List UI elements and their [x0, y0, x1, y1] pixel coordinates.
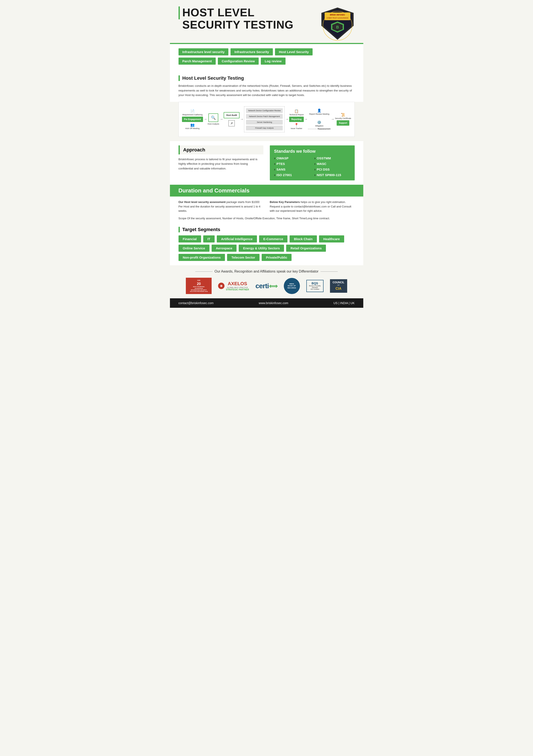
footer-website: www.briskinfosec.com: [259, 301, 288, 305]
reassessment-label: Reassessment: [318, 128, 330, 130]
reporting-btn: Reporting: [289, 117, 303, 122]
approach-title: Approach: [179, 146, 264, 154]
svg-text:BRISK INFOSEC: BRISK INFOSEC: [330, 14, 345, 16]
logo: BRISK INFOSEC CYBER TRUST & ASSURANCE B: [320, 7, 355, 41]
tag-aerospace[interactable]: Aerospace: [211, 245, 237, 252]
tag-retail[interactable]: Retail Organizations: [286, 245, 326, 252]
tag-ai[interactable]: Artificial Intelligence: [217, 235, 257, 242]
arrow-osstmm: ›: [314, 156, 315, 160]
standards-title: Standards we follow: [274, 149, 351, 154]
standard-nist: › NIST SP800-115: [314, 173, 351, 177]
section-heading: Host Level Security Testing: [179, 75, 355, 81]
axelos-sub-text: GLOBAL BEST PRACTICE: [226, 286, 249, 289]
bqs-sub-text: Bureau of Quality StandardISO Certified: [308, 285, 322, 290]
arrow-owasp: ›: [274, 156, 275, 160]
axelos-partner-text: STRATEGIC PARTNER: [226, 288, 249, 291]
tag-log-review[interactable]: Log review: [261, 58, 285, 65]
tag-blockchain[interactable]: Block Chain: [290, 235, 317, 242]
review-icon: 👤: [317, 108, 322, 113]
cio-text-body: MOST PROMISINGENTERPRISEINFORMATION SECU…: [188, 286, 209, 292]
svg-text:CYBER TRUST & ASSURANCE: CYBER TRUST & ASSURANCE: [326, 17, 348, 19]
mitigation-label: ⚙️ Mitigation: [308, 120, 330, 127]
duration-scope: Scope Of the security assessment, Number…: [170, 217, 363, 223]
tag-online-service[interactable]: Online Service: [179, 245, 210, 252]
target-segments-section: Target Segments Financial IT Artificial …: [170, 223, 363, 265]
host-audit-node: Host Audit ↗: [224, 112, 239, 126]
axelos-name: AXELOS: [226, 281, 249, 286]
tags-row-1: Infrastructure level security Infrastruc…: [179, 48, 355, 55]
duration-right-col: Below Key Parameters helps us to give yo…: [270, 200, 355, 213]
main-section: Host Level Security Testing Briskinfosec…: [170, 71, 363, 102]
support-node: 📜 Security Certificate Support: [335, 113, 351, 126]
tag-private-public[interactable]: Private/Public: [262, 254, 292, 261]
requirement-gathering-label: 📄 Requirement Gathering: [182, 109, 203, 116]
host-audit-btn: Host Audit: [224, 112, 239, 118]
certin-arrow-icon: ⟺: [269, 283, 277, 289]
standard-osstmm: › OSSTMM: [314, 156, 351, 160]
mitigation-icon: ⚙️: [317, 120, 322, 124]
tag-telecom[interactable]: Telecom Sector: [227, 254, 260, 261]
footer: contact@briskinfosec.com www.briskinfose…: [170, 298, 363, 308]
awards-title: Our Awards, Recognition and Affiliations…: [179, 270, 355, 273]
standards-grid: › OWASP › OSSTMM › PTES › WASC › SANS: [274, 156, 351, 177]
tag-infrastructure-level[interactable]: Infrastructure level security: [179, 48, 229, 55]
cia-of: OF: [332, 284, 345, 286]
technical-report-label: 📋 Technical Report: [289, 109, 303, 116]
standard-ptes: › PTES: [274, 162, 310, 166]
bqs-text: BQS: [312, 282, 318, 285]
standard-wasc: › WASC: [314, 162, 351, 166]
review-mitigation-node: 👤 Report Review Meeting ⚙️ Mitigation Re…: [308, 108, 330, 130]
arrow-nist: ›: [314, 173, 315, 177]
certin-badge: certi⟺: [255, 282, 277, 290]
duration-title: Duration and Commercials: [179, 187, 250, 194]
duration-bold-left: Our Host level security assessment: [179, 201, 226, 203]
footer-locations: US | INDIA | UK: [333, 301, 354, 305]
tag-patch-management[interactable]: Parch Management: [179, 58, 216, 65]
tag-configuration-review[interactable]: Configuration Review: [218, 58, 259, 65]
cia-title: COUNCIL: [332, 281, 345, 284]
network-config-item: Network Device Configuration Review: [246, 108, 283, 113]
standard-sans: › SANS: [274, 168, 310, 172]
duration-left-col: Our Host level security assessment packa…: [179, 200, 264, 213]
target-tags-row2: Online Service Aerospace Energy & Utilit…: [179, 245, 355, 252]
footer-email: contact@briskinfosec.com: [179, 301, 214, 305]
arrow-6: →: [331, 117, 334, 121]
bqs-box: BQS Bureau of Quality StandardISO Certif…: [306, 280, 323, 292]
issue-tracker-label: 📍 Issue Tracker: [291, 123, 302, 129]
tag-nonprofit[interactable]: Non-profit Organizations: [179, 254, 225, 261]
standards-col: Standards we follow › OWASP › OSSTMM › P…: [270, 146, 355, 180]
cia-name: CIA: [332, 286, 345, 291]
report-icon: 📋: [294, 109, 298, 113]
arrow-4: →: [285, 117, 289, 121]
cert-icon: 📜: [341, 113, 345, 117]
axelos-badge: ⊗ AXELOS GLOBAL BEST PRACTICE STRATEGIC …: [218, 281, 249, 291]
tag-financial[interactable]: Financial: [179, 235, 201, 242]
tag-energy[interactable]: Energy & Utility Sectors: [239, 245, 284, 252]
security-cert-label: 📜 Security Certificate: [335, 113, 351, 120]
standard-owasp: › OWASP: [274, 156, 310, 160]
tag-healthcare[interactable]: Healthcare: [319, 235, 344, 242]
logo-shield-icon: BRISK INFOSEC CYBER TRUST & ASSURANCE B: [320, 7, 355, 41]
india-records-text: INDIABOOK OFRECORDS: [287, 282, 297, 290]
axelos-text-block: AXELOS GLOBAL BEST PRACTICE STRATEGIC PA…: [226, 281, 249, 291]
tag-host-level-security[interactable]: Host Level Security: [275, 48, 313, 55]
tag-ecommerce[interactable]: E-Commerce: [259, 235, 288, 242]
arrow-wasc: ›: [314, 162, 315, 166]
support-btn: Support: [337, 120, 349, 126]
header-title-block: HOST LEVEL SECURITY TESTING: [179, 7, 294, 31]
india-records-badge: INDIABOOK OFRECORDS: [284, 278, 300, 294]
pre-engagement-node: 📄 Requirement Gathering Pre Engagement 👥…: [182, 109, 203, 129]
target-title: Target Segments: [179, 227, 355, 232]
tag-it[interactable]: IT: [203, 235, 215, 242]
arrow-5: →: [304, 117, 308, 121]
process-diagram: 📄 Requirement Gathering Pre Engagement 👥…: [179, 102, 355, 137]
host-analysis-node: 🔍 Host Analysis: [208, 113, 219, 125]
standards-box: Standards we follow › OWASP › OSSTMM › P…: [270, 146, 355, 180]
cio-number: 20: [188, 282, 209, 286]
awards-logos-row: CIO 20 MOST PROMISINGENTERPRISEINFORMATI…: [179, 278, 355, 294]
middle-process-box: Network Device Configuration Review Netw…: [244, 106, 285, 132]
host-analysis-outline-btn: 🔍: [209, 113, 218, 122]
server-hardening-item: Server Hardening: [246, 120, 283, 124]
tag-infrastructure-security[interactable]: Infrastructure Security: [231, 48, 273, 55]
kickoff-label: 👥 Kick Off Meeting: [185, 123, 200, 129]
